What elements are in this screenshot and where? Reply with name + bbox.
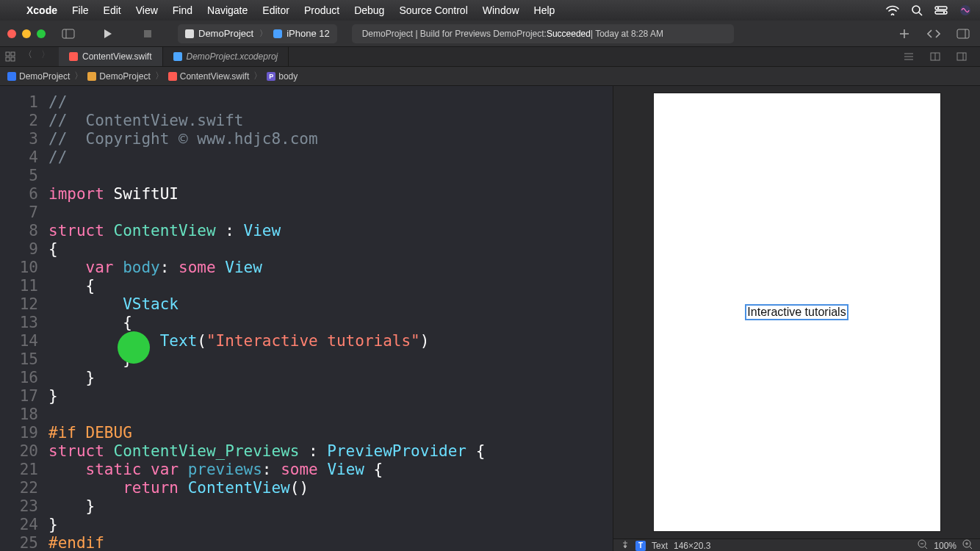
svg-point-5 [943,12,945,13]
breadcrumb-project[interactable]: DemoProject [19,71,70,82]
code-line[interactable]: } [48,350,485,369]
code-review-button[interactable] [924,26,943,42]
jump-bar[interactable]: DemoProject 〉 DemoProject 〉 ContentView.… [0,67,980,86]
code-line[interactable] [48,406,485,424]
code-line[interactable]: { [48,240,485,259]
menu-file[interactable]: File [72,4,89,16]
code-line[interactable]: #if DEBUG [48,424,485,442]
code-content[interactable]: //// ContentView.swift// Copyright © www… [48,86,485,551]
svg-rect-2 [935,7,947,10]
code-line[interactable]: } [48,369,485,387]
svg-rect-26 [957,53,966,60]
menu-edit[interactable]: Edit [104,4,121,16]
code-line[interactable] [48,204,485,222]
breadcrumb-folder[interactable]: DemoProject [99,71,150,82]
close-window-button[interactable] [7,29,16,38]
breadcrumb-file[interactable]: ContentView.swift [180,71,250,82]
nav-back-button[interactable]: 〈 [21,48,35,65]
zoom-out-button[interactable] [918,539,928,551]
code-editor[interactable]: 1234567891011121314151617181920212223242… [0,86,613,551]
code-line[interactable]: } [48,387,485,406]
code-line[interactable]: Text("Interactive tutorials") [48,332,485,350]
scheme-selector[interactable]: DemoProject 〉 iPhone 12 [178,24,337,43]
code-line[interactable]: static var previews: some View { [48,461,485,479]
menu-source-control[interactable]: Source Control [399,4,467,16]
code-line[interactable]: var body: some View [48,259,485,277]
element-dimensions: 146×20.3 [674,541,710,551]
line-number: 4 [0,148,38,167]
code-line[interactable]: // Copyright © www.hdjc8.com [48,130,485,148]
code-line[interactable]: struct ContentView_Previews : PreviewPro… [48,442,485,461]
menu-navigate[interactable]: Navigate [207,4,248,16]
wifi-icon[interactable] [886,5,899,15]
svg-rect-12 [273,29,282,38]
menu-view[interactable]: View [136,4,158,16]
menu-debug[interactable]: Debug [354,4,384,16]
svg-rect-20 [11,57,15,61]
selected-element-label: Text [652,541,668,551]
svg-line-1 [919,12,922,15]
stop-button[interactable] [138,26,157,42]
svg-point-3 [937,7,939,9]
toggle-navigator-button[interactable] [59,26,78,42]
maximize-window-button[interactable] [37,29,46,38]
zoom-level[interactable]: 100% [934,541,956,551]
nav-forward-button[interactable]: 〉 [38,48,53,65]
line-number: 21 [0,461,38,479]
line-number: 25 [0,534,38,551]
minimize-window-button[interactable] [22,29,31,38]
toggle-inspector-button[interactable] [954,26,973,42]
tab-contentview[interactable]: ContentView.swift [59,47,163,66]
canvas-footer: T Text 146×20.3 100% [613,539,980,551]
build-status-bar[interactable]: DemoProject | Build for Previews DemoPro… [352,24,734,43]
menu-help[interactable]: Help [534,4,555,16]
add-editor-button[interactable] [952,48,971,65]
line-number: 12 [0,295,38,314]
code-line[interactable]: return ContentView() [48,479,485,497]
code-line[interactable]: { [48,277,485,295]
chevron-right-icon: 〉 [155,70,164,82]
menu-window[interactable]: Window [483,4,519,16]
code-line[interactable]: } [48,497,485,516]
preview-text-element[interactable]: Interactive tutorials [745,304,848,320]
siri-icon[interactable] [959,4,971,16]
preview-canvas[interactable]: Interactive tutorials [613,86,980,539]
svg-rect-4 [935,11,947,14]
status-time: | Today at 8:28 AM [591,29,663,39]
code-line[interactable]: // [48,93,485,112]
related-items-button[interactable] [3,48,18,65]
code-line[interactable]: VStack [48,295,485,314]
spotlight-search-icon[interactable] [911,4,923,16]
breadcrumb-symbol[interactable]: body [278,71,298,82]
line-number: 24 [0,516,38,534]
svg-line-34 [970,547,972,549]
code-line[interactable]: import SwiftUI [48,185,485,204]
code-line[interactable]: // ContentView.swift [48,112,485,130]
code-line[interactable]: #endif [48,534,485,551]
swift-file-icon [69,52,78,61]
pin-preview-button[interactable] [621,540,630,551]
menu-editor[interactable]: Editor [262,4,289,16]
editor-options-button[interactable] [899,48,918,65]
line-number: 2 [0,112,38,130]
tab-label: ContentView.swift [82,51,152,62]
adjust-editor-button[interactable] [926,48,945,65]
svg-rect-7 [62,29,74,38]
run-button[interactable] [98,26,118,42]
code-line[interactable]: } [48,516,485,534]
app-menu[interactable]: Xcode [26,4,57,16]
svg-rect-17 [6,52,10,56]
code-line[interactable]: struct ContentView : View [48,222,485,240]
add-button[interactable] [895,26,914,42]
menu-product[interactable]: Product [304,4,339,16]
zoom-in-button[interactable] [962,539,973,551]
editor-tab-bar: 〈 〉 ContentView.swift DemoProject.xcodep… [0,46,980,67]
menu-find[interactable]: Find [173,4,192,16]
tab-demoproject[interactable]: DemoProject.xcodeproj [163,47,289,66]
code-line[interactable]: { [48,314,485,332]
code-line[interactable] [48,167,485,185]
project-file-icon [173,52,182,61]
code-line[interactable]: // [48,148,485,167]
control-center-icon[interactable] [934,6,948,15]
scheme-device-icon [273,29,282,38]
